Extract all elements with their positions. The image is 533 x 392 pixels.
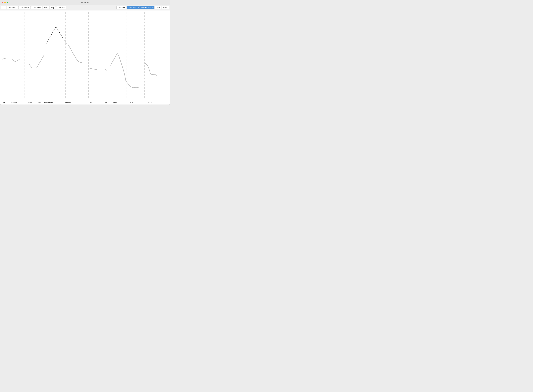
punctuation-select[interactable]: Punctuation (127, 6, 139, 9)
select-device-select[interactable]: Select device (140, 6, 154, 9)
title-bar: Pitch editor (0, 0, 170, 5)
play-button[interactable]: Play (43, 6, 49, 9)
window-title: Pitch editor (81, 1, 89, 3)
maximize-button[interactable] (7, 2, 8, 3)
index-input[interactable] (1, 6, 6, 9)
toolbar: Load index Upload audio Upload text Play… (0, 5, 170, 10)
upload-text-button[interactable]: Upload text (31, 6, 42, 9)
clear-button[interactable]: Clear (155, 6, 161, 9)
pitch-canvas[interactable] (0, 10, 170, 104)
generate-button[interactable]: Generate (116, 6, 126, 9)
close-button[interactable] (2, 2, 3, 3)
stop-button[interactable]: Stop (50, 6, 56, 9)
main-window: Pitch editor Load index Upload audio Upl… (0, 0, 170, 104)
download-button[interactable]: Download (56, 6, 66, 9)
pitch-canvas-area[interactable] (0, 10, 170, 104)
reset-button[interactable]: Reset (162, 6, 169, 9)
minimize-button[interactable] (4, 2, 6, 3)
device-wrapper: Select device (140, 6, 154, 9)
traffic-lights (2, 2, 8, 3)
punctuation-wrapper: Punctuation (127, 6, 139, 9)
upload-audio-button[interactable]: Upload audio (18, 6, 31, 9)
load-index-button[interactable]: Load index (7, 6, 18, 9)
